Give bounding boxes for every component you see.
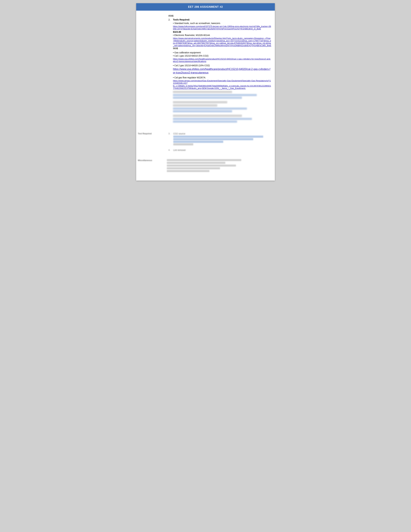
footer-line-4 [167,167,220,169]
content-area: 858$ 2. Tools Required: Standard tools, … [136,11,275,131]
footer-line-3 [167,165,236,167]
left-margin [138,15,167,126]
page-title: EET 286 ASSIGNMENT #2 [188,6,223,8]
bullet-1-link[interactable]: https://www.fullcompass.com/prod/197375-… [173,25,271,30]
bottom-left-label: Test Required [138,132,167,135]
bottom-item-4: Lint remover [173,149,273,151]
bottom-item-3: CO2 source [173,132,273,146]
bullet-4-link[interactable]: https://www.usa.philips.com/healthcare/p… [173,58,271,63]
bullet-4-label: Cal 1 gas 15210-64010 (5% CO2) [173,55,271,57]
bullet-2-link[interactable]: https://www.sierrainstruments.com/produc… [173,37,271,47]
bottom-left: Test Required [138,132,167,154]
main-content: 858$ 2. Tools Required: Standard tools, … [167,15,273,126]
bottom-num-4: 4. [168,149,172,151]
bottom-section: Test Required 3. CO2 source 4. [136,131,275,158]
footer-left-label: Miscellaneous [138,159,167,162]
bullet-6-link-2[interactable]: fo_c=306&fo_k=8d3a765a70b8380c649670da00… [173,85,271,89]
section-2-label: Tools Required: [173,18,271,21]
bottom-item-4-label: Lint remover [173,149,273,151]
bottom-right: 3. CO2 source 4. Lint remover [168,132,273,154]
price-858: 858$ [168,15,271,17]
section-2: 2. Tools Required: Standard tools, such … [168,18,271,125]
footer-line-2 [167,162,225,164]
bullet-6-link-1[interactable]: https://www.airgas.com/product/Gas-Equip… [173,79,271,84]
bottom-row-4: 4. Lint remover [168,149,273,151]
footer-line-5 [167,170,209,172]
bullet-3-label: Gas calibration equipment: [173,51,271,54]
section-2-content: Tools Required: Standard tools, such as … [173,18,271,125]
footer-right [167,159,273,173]
footer-section: Miscellaneous [136,158,275,176]
bullet-5-label: Cal 2 gas 15210-64020 (10% CO2) [173,64,271,67]
bottom-item-3-links [173,136,273,145]
bottom-item-3-label: CO2 source [173,132,273,135]
bullet-5-link[interactable]: https://www.usa.philips.com/healthcare/p… [173,67,271,75]
bullet-2-label: Electronic flowmeter, M1026-60144. [173,34,271,37]
footer-left: Miscellaneous [138,159,167,173]
bottom-row-3: 3. CO2 source [168,132,273,146]
price-323: $323.88 [173,31,271,33]
section-2-num: 2. [168,18,173,125]
blurred-block-3 [173,115,271,123]
price-969: 969$ [173,47,271,50]
blurred-continuation [173,91,271,123]
footer-line-1 [167,159,241,161]
blurred-block-1 [173,91,271,99]
page-header: EET 286 ASSIGNMENT #2 [136,3,275,11]
page: EET 286 ASSIGNMENT #2 858$ 2. Tools Requ… [136,3,275,180]
bottom-num-3: 3. [168,132,172,146]
blurred-block-2 [173,101,271,112]
bullet-6-label: Cal gas flow regulator M2267A: [173,76,271,79]
bullet-1-label: Standard tools, such as screwdriver, twe… [173,22,271,25]
